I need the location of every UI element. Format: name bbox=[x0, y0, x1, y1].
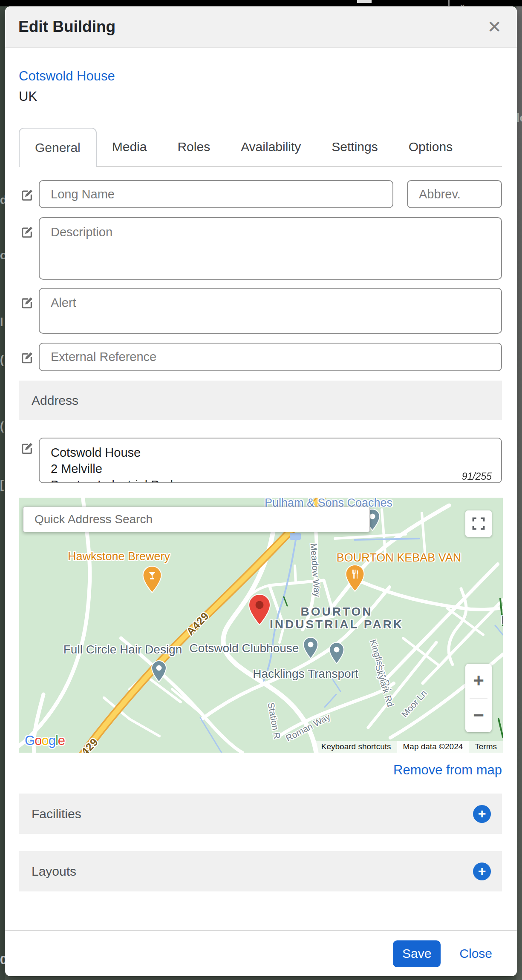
map-label-kebab-van: BOURTON KEBAB VAN bbox=[337, 551, 461, 565]
address-section-header: Address bbox=[19, 381, 502, 420]
edit-icon bbox=[19, 225, 39, 239]
address-heading: Address bbox=[32, 393, 78, 408]
google-letter: g bbox=[49, 733, 55, 748]
dialog-body: Cotswold House UK General Media Roles Av… bbox=[5, 68, 517, 891]
map-label-hacklings: Hacklings Transport bbox=[253, 667, 358, 681]
facilities-heading: Facilities bbox=[32, 807, 81, 821]
close-icon[interactable]: ✕ bbox=[487, 18, 502, 35]
layouts-section[interactable]: Layouts + bbox=[19, 851, 502, 891]
map-data-copyright: Map data ©2024 bbox=[397, 741, 469, 753]
facilities-section[interactable]: Facilities + bbox=[19, 794, 502, 834]
alert-textarea[interactable] bbox=[39, 288, 502, 334]
long-name-input[interactable] bbox=[39, 180, 393, 208]
char-counter: 91/255 bbox=[459, 471, 492, 482]
google-map[interactable]: Pulham & Sons Coaches Hawkstone Brewery … bbox=[19, 498, 503, 753]
building-country: UK bbox=[19, 89, 502, 105]
fullscreen-icon bbox=[472, 517, 485, 530]
map-label-clipped: R bbox=[501, 613, 503, 627]
map-pin-selected-location[interactable] bbox=[248, 594, 271, 625]
tab-media[interactable]: Media bbox=[97, 128, 162, 166]
tab-options[interactable]: Options bbox=[393, 128, 468, 166]
map-label-bourton-line2: INDUSTRIAL PARK bbox=[270, 618, 404, 631]
google-letter: o bbox=[35, 733, 41, 748]
background-top-bar: ⌄ bbox=[0, 0, 522, 6]
map-pin-brewery[interactable] bbox=[142, 566, 162, 593]
backdrop-text-fragment: ( bbox=[0, 353, 4, 367]
google-letter: G bbox=[25, 733, 35, 748]
add-layout-icon[interactable]: + bbox=[473, 863, 491, 880]
map-pin-full-circle[interactable] bbox=[151, 660, 167, 682]
layouts-heading: Layouts bbox=[32, 864, 76, 879]
map-pin-kebab[interactable] bbox=[345, 565, 365, 592]
google-logo: Google bbox=[25, 733, 65, 748]
edit-icon bbox=[19, 441, 39, 456]
map-label-full-circle: Full Circle Hair Design bbox=[63, 643, 182, 656]
backdrop-text-fragment: [ bbox=[0, 478, 4, 491]
dialog-header: Edit Building ✕ bbox=[5, 6, 517, 48]
map-zoom-control: + − bbox=[465, 664, 492, 732]
google-letter: o bbox=[41, 733, 48, 748]
tab-settings[interactable]: Settings bbox=[316, 128, 393, 166]
description-textarea[interactable] bbox=[39, 217, 502, 280]
google-letter: e bbox=[58, 733, 65, 748]
tab-general[interactable]: General bbox=[19, 128, 97, 167]
map-attribution: Keyboard shortcuts Map data ©2024 Terms bbox=[315, 741, 503, 753]
map-label-hawkstone: Hawkstone Brewery bbox=[68, 550, 170, 563]
edit-building-dialog: Edit Building ✕ Cotswold House UK Genera… bbox=[5, 6, 517, 976]
backdrop-text-fragment: ( bbox=[0, 420, 4, 433]
fullscreen-button[interactable] bbox=[465, 510, 492, 537]
edit-icon bbox=[19, 295, 39, 310]
dialog-title: Edit Building bbox=[18, 18, 115, 36]
backdrop-text-fragment: o bbox=[0, 249, 5, 262]
abbrev-input[interactable] bbox=[407, 180, 502, 208]
edit-icon bbox=[19, 350, 39, 365]
backdrop-left: d o l ( ( [ bbox=[0, 6, 5, 980]
keyboard-shortcuts-link[interactable]: Keyboard shortcuts bbox=[315, 741, 397, 753]
tab-roles[interactable]: Roles bbox=[162, 128, 225, 166]
building-name-link[interactable]: Cotswold House bbox=[19, 68, 115, 84]
map-pin-clubhouse-1[interactable] bbox=[303, 637, 318, 659]
external-reference-input[interactable] bbox=[39, 343, 502, 371]
map-pin-clubhouse-2[interactable] bbox=[329, 642, 344, 664]
dialog-footer: Save Close bbox=[5, 930, 517, 976]
tab-availability[interactable]: Availability bbox=[225, 128, 316, 166]
zoom-in-button[interactable]: + bbox=[465, 664, 492, 698]
map-label-clubhouse: Cotswold Clubhouse bbox=[190, 642, 299, 655]
map-label-bourton-line1: BOURTON bbox=[300, 605, 372, 619]
background-toolbar-fragment bbox=[357, 0, 372, 3]
edit-icon bbox=[19, 188, 39, 202]
backdrop-text-fragment: lo bbox=[516, 112, 522, 125]
backdrop-text-fragment: d bbox=[0, 194, 5, 207]
backdrop-right: lo bbox=[516, 6, 522, 980]
remove-from-map-link[interactable]: Remove from map bbox=[19, 761, 502, 779]
add-facility-icon[interactable]: + bbox=[473, 805, 491, 823]
address-textarea[interactable]: Cotswold House 2 Melville Bourton Indust… bbox=[39, 438, 502, 483]
save-button[interactable]: Save bbox=[393, 940, 441, 967]
backdrop-text-fragment: l bbox=[0, 316, 3, 329]
terms-link[interactable]: Terms bbox=[469, 741, 503, 753]
quick-address-search-input[interactable] bbox=[23, 507, 370, 532]
close-button[interactable]: Close bbox=[459, 946, 492, 961]
zoom-out-button[interactable]: − bbox=[465, 699, 492, 733]
background-divider-fragment bbox=[448, 0, 450, 6]
tab-bar: General Media Roles Availability Setting… bbox=[19, 128, 502, 167]
